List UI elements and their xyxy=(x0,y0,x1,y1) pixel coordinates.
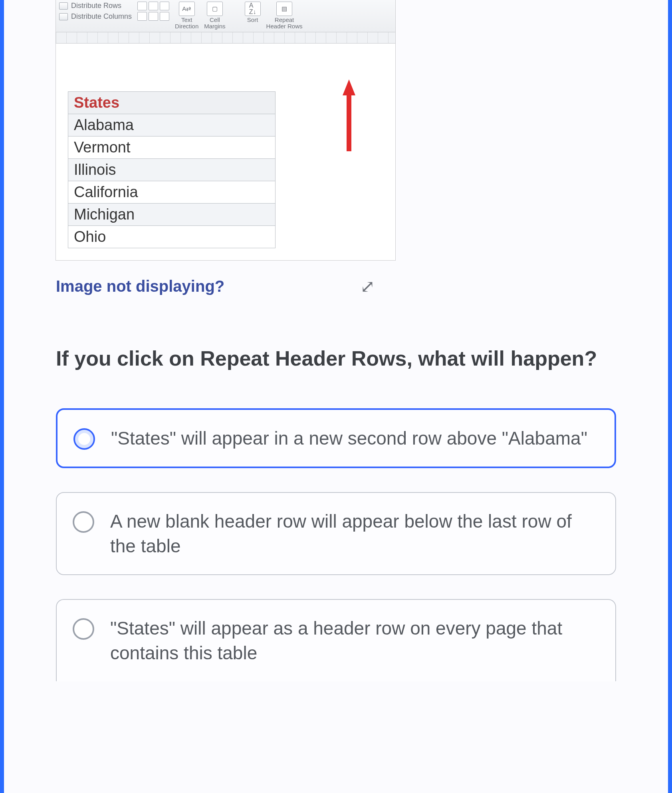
table-cell: Vermont xyxy=(68,136,276,158)
text-direction-button[interactable]: A⇄ Text Direction xyxy=(175,2,198,30)
image-not-displaying-link[interactable]: Image not displaying? xyxy=(56,277,224,295)
option-text: A new blank header row will appear below… xyxy=(110,509,595,558)
arrow-up-icon xyxy=(343,79,355,151)
option-2[interactable]: A new blank header row will appear below… xyxy=(56,492,616,575)
text-direction-label: Text Direction xyxy=(175,17,198,30)
cell-margins-icon: ▢ xyxy=(207,2,223,16)
options-list: "States" will appear in a new second row… xyxy=(56,408,616,681)
states-table: States Alabama Vermont Illinois Californ… xyxy=(68,91,276,248)
radio-icon xyxy=(73,428,95,450)
document-area: States Alabama Vermont Illinois Californ… xyxy=(56,44,395,260)
repeat-header-rows-button[interactable]: ▤ Repeat Header Rows xyxy=(266,2,303,30)
radio-icon xyxy=(73,618,94,640)
align-cell-icon[interactable] xyxy=(149,2,158,10)
alignment-grid[interactable] xyxy=(137,2,169,21)
align-cell-icon[interactable] xyxy=(149,12,158,21)
distribute-rows-button[interactable]: Distribute Rows xyxy=(59,2,132,10)
table-cell: Illinois xyxy=(68,158,276,181)
radio-icon xyxy=(73,511,94,533)
sort-icon: AZ↓ xyxy=(245,2,261,16)
align-cell-icon[interactable] xyxy=(160,2,169,10)
repeat-header-rows-label: Repeat Header Rows xyxy=(266,17,303,30)
distribute-group: Distribute Rows Distribute Columns xyxy=(59,2,132,21)
align-cell-icon[interactable] xyxy=(137,12,147,21)
distribute-columns-icon xyxy=(59,13,68,20)
cell-margins-label: Cell Margins xyxy=(204,17,225,30)
table-row: Illinois xyxy=(68,158,276,181)
table-cell: Alabama xyxy=(68,114,276,136)
cell-margins-button[interactable]: ▢ Cell Margins xyxy=(204,2,225,30)
distribute-columns-label: Distribute Columns xyxy=(71,12,132,21)
sort-label: Sort xyxy=(247,17,258,23)
option-3[interactable]: "States" will appear as a header row on … xyxy=(56,599,616,681)
table-cell: Michigan xyxy=(68,203,276,225)
question-text: If you click on Repeat Header Rows, what… xyxy=(56,344,616,372)
text-direction-icon: A⇄ xyxy=(179,2,195,16)
link-row: Image not displaying? ⤢ xyxy=(56,276,668,297)
ruler xyxy=(56,32,395,44)
repeat-header-rows-icon: ▤ xyxy=(276,2,292,16)
quiz-page: Distribute Rows Distribute Columns A⇄ Te… xyxy=(0,0,672,793)
embedded-screenshot: Distribute Rows Distribute Columns A⇄ Te… xyxy=(56,0,395,260)
table-header-row: States xyxy=(68,91,276,114)
table-row: Michigan xyxy=(68,203,276,225)
table-cell: Ohio xyxy=(68,225,276,248)
svg-marker-0 xyxy=(343,79,355,151)
option-text: "States" will appear in a new second row… xyxy=(111,426,587,451)
table-row: Alabama xyxy=(68,114,276,136)
distribute-rows-icon xyxy=(59,2,68,10)
option-1[interactable]: "States" will appear in a new second row… xyxy=(56,408,616,468)
table-header-cell: States xyxy=(68,91,276,114)
table-row: California xyxy=(68,181,276,203)
table-cell: California xyxy=(68,181,276,203)
align-cell-icon[interactable] xyxy=(137,2,147,10)
table-row: Ohio xyxy=(68,225,276,248)
option-text: "States" will appear as a header row on … xyxy=(110,616,595,665)
distribute-rows-label: Distribute Rows xyxy=(71,2,121,10)
ribbon: Distribute Rows Distribute Columns A⇄ Te… xyxy=(56,0,395,32)
align-cell-icon[interactable] xyxy=(160,12,169,21)
expand-icon[interactable]: ⤢ xyxy=(360,276,375,297)
table-row: Vermont xyxy=(68,136,276,158)
distribute-columns-button[interactable]: Distribute Columns xyxy=(59,12,132,21)
sort-button[interactable]: AZ↓ Sort xyxy=(245,2,261,23)
